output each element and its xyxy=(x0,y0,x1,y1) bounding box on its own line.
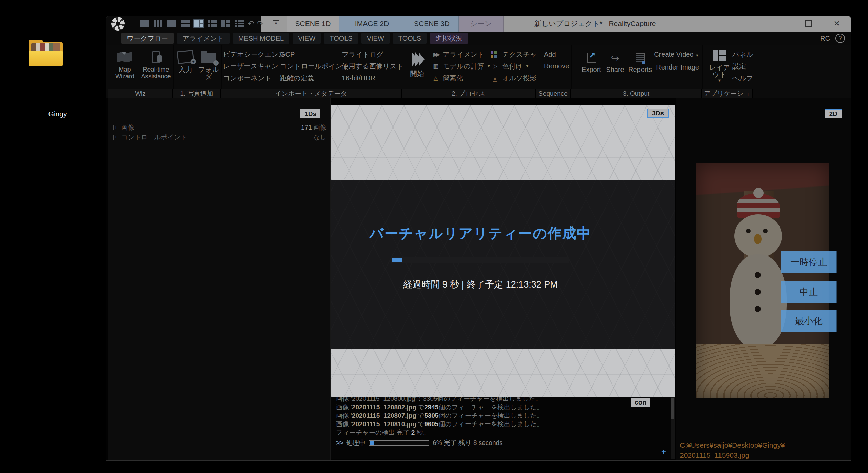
flight-log-item[interactable]: フライトログ xyxy=(342,48,403,60)
play-pair-icon: ▶▶ xyxy=(431,48,440,60)
video-sequence-item[interactable]: ビデオシークエンス xyxy=(223,48,285,60)
console-badge[interactable]: con xyxy=(631,398,650,407)
chevron-down-icon[interactable]: ▼ xyxy=(718,78,722,82)
16bit-hdr-item[interactable]: 16-bit/HDR xyxy=(342,72,403,84)
export-button[interactable]: ↗ Export xyxy=(580,51,602,73)
progress-overlay-content: バーチャルリアリティーの作成中 経過時間 9 秒 | 終了予定 12:13:32… xyxy=(331,180,630,349)
console-status-text: 6% 完了 残り 8 seconds xyxy=(433,438,502,447)
scene-values-panel: 1Ds 171 画像 なし xyxy=(211,98,331,460)
minimize-button[interactable]: — xyxy=(766,16,794,32)
view-badge-2d[interactable]: 2D xyxy=(825,109,842,118)
menu-progress[interactable]: 進捗状況 xyxy=(430,33,468,44)
close-button[interactable]: ✕ xyxy=(823,16,851,32)
console-progress-bar xyxy=(369,440,429,446)
tree-expand-icon[interactable]: + xyxy=(113,125,118,130)
title-bar: ↶ ↷ ▼ SCENE 1D IMAGE 2D SCENE 3D シーン 新しい… xyxy=(106,16,851,32)
main-area: + 画像 + コントロールポイント 1Ds 171 画像 なし xyxy=(106,98,851,460)
layout-grid-six-icon[interactable] xyxy=(207,19,218,28)
create-video-button[interactable]: Create Video ▼ xyxy=(648,48,699,61)
simplify-action[interactable]: △ 簡素化 xyxy=(431,72,491,84)
scrollbar-thumb[interactable] xyxy=(671,398,674,419)
ortho-icon: ▲ xyxy=(493,75,498,82)
layout-grid-icon xyxy=(713,50,726,61)
maximize-button[interactable] xyxy=(794,16,823,32)
view-badge-3ds[interactable]: 3Ds xyxy=(647,109,669,118)
sequence-add-button[interactable]: Add xyxy=(544,48,569,60)
reports-icon xyxy=(636,53,645,63)
laser-scan-item[interactable]: レーザースキャン xyxy=(223,60,285,72)
layout-one-plus-two-icon-active[interactable] xyxy=(193,19,204,28)
import-column-3: フライトログ 使用する画像リスト 16-bit/HDR xyxy=(342,48,403,84)
layout-two-rows-icon[interactable] xyxy=(180,19,191,28)
image-list-item[interactable]: 使用する画像リスト xyxy=(342,60,403,72)
console-status-label: 処理中 xyxy=(346,438,366,447)
menu-tools-1[interactable]: TOOLS xyxy=(324,33,358,44)
help-button[interactable]: ヘルプ xyxy=(732,72,753,84)
abort-button[interactable]: 中止 xyxy=(781,281,837,303)
layout-three-columns-icon[interactable] xyxy=(153,19,163,28)
console-prompt: >> xyxy=(336,439,343,447)
console-add-button[interactable]: + xyxy=(661,447,666,457)
settings-button[interactable]: 設定 xyxy=(732,60,753,72)
help-icon[interactable]: ? xyxy=(835,34,845,43)
chevron-down-icon[interactable]: ▼ xyxy=(525,60,529,72)
pause-button[interactable]: 一時停止 xyxy=(781,251,837,273)
undo-icon[interactable]: ↶ xyxy=(248,19,254,28)
tree-item-control-points[interactable]: + コントロールポイント xyxy=(113,133,187,142)
gcp-item[interactable]: GCP xyxy=(280,48,349,60)
folder-label: Gingy xyxy=(24,110,92,118)
tab-image-2d[interactable]: IMAGE 2D xyxy=(339,16,405,32)
add-folder-icon: + xyxy=(201,53,216,63)
menu-view-2[interactable]: VIEW xyxy=(361,33,390,44)
tree-expand-icon[interactable]: + xyxy=(113,135,118,140)
minimize-progress-button[interactable]: 最小化 xyxy=(781,310,837,332)
alignment-action[interactable]: ▶▶ アライメント xyxy=(431,48,491,60)
caption-application: アプリケーション xyxy=(702,89,753,98)
desktop-folder-gingy[interactable]: Gingy xyxy=(29,40,63,66)
realitycapture-logo-icon[interactable] xyxy=(111,17,125,31)
control-point-item[interactable]: コントロールポイント xyxy=(280,60,349,72)
menu-workflow[interactable]: ワークフロー xyxy=(121,33,174,44)
input-images-button[interactable]: + 入力 xyxy=(175,49,196,73)
layout-grid-nine-icon[interactable] xyxy=(234,19,245,28)
start-button[interactable]: 開始 xyxy=(406,50,428,77)
viewport-grid-top: 3Ds xyxy=(331,105,675,180)
console-scrollbar[interactable] xyxy=(671,397,675,459)
texture-action[interactable]: テクスチャ xyxy=(491,48,537,60)
menu-view-1[interactable]: VIEW xyxy=(293,33,321,44)
define-distance-item[interactable]: 距離の定義 xyxy=(280,72,349,84)
menu-tools-2[interactable]: TOOLS xyxy=(393,33,427,44)
chevron-down-icon[interactable]: ▼ xyxy=(487,60,491,72)
colorize-action[interactable]: ▷ 色付け ▼ xyxy=(491,60,537,72)
menu-mesh-model[interactable]: MESH MODEL xyxy=(233,33,289,44)
panel-button[interactable]: パネル xyxy=(732,48,753,60)
map-wizard-button[interactable]: Map Wizard xyxy=(111,49,139,80)
tree-item-images[interactable]: + 画像 xyxy=(113,123,134,132)
tab-scene-1d[interactable]: SCENE 1D xyxy=(287,16,339,32)
viewport-grid-bottom xyxy=(331,349,675,397)
tab-scene-3d[interactable]: SCENE 3D xyxy=(405,16,459,32)
add-folder-button[interactable]: + フォルダ xyxy=(197,49,220,80)
sequence-remove-button[interactable]: Remove xyxy=(544,60,569,72)
layout-button[interactable]: レイアウト ▼ xyxy=(706,48,733,82)
ortho-projection-action[interactable]: ▲ オルソ投影 xyxy=(491,72,537,84)
component-item[interactable]: コンポーネント xyxy=(223,72,285,84)
rc-label: RC xyxy=(820,35,830,42)
import-column-2: GCP コントロールポイント 距離の定義 xyxy=(280,48,349,84)
layout-single-icon[interactable] xyxy=(139,19,150,28)
redo-icon[interactable]: ↷ xyxy=(257,19,264,28)
layout-two-columns-icon[interactable] xyxy=(166,19,177,28)
calculate-model-action[interactable]: ▦ モデルの計算 ▼ xyxy=(431,60,491,72)
caption-import-metadata: インポート・メタデータ xyxy=(221,89,402,98)
map-icon xyxy=(117,52,132,62)
realtime-assistance-button[interactable]: Real-time Assistance xyxy=(140,49,172,80)
render-image-button[interactable]: Render Image xyxy=(648,61,699,73)
view-badge-1ds[interactable]: 1Ds xyxy=(300,109,320,118)
scene-tree-panel: + 画像 + コントロールポイント xyxy=(108,98,211,460)
share-button[interactable]: ↪ Share xyxy=(604,51,626,73)
log-line-done: フィーチャーの検出 完了 2 秒。 xyxy=(336,428,662,437)
viewport-3d[interactable]: 3Ds バーチャルリアリティーの作成中 経過時間 9 秒 | 終了予定 12:1… xyxy=(331,105,675,397)
menu-alignment[interactable]: アライメント xyxy=(177,33,230,44)
layout-mixed-icon[interactable] xyxy=(220,19,231,28)
filter-dropdown-icon[interactable]: ▼ xyxy=(273,20,279,25)
